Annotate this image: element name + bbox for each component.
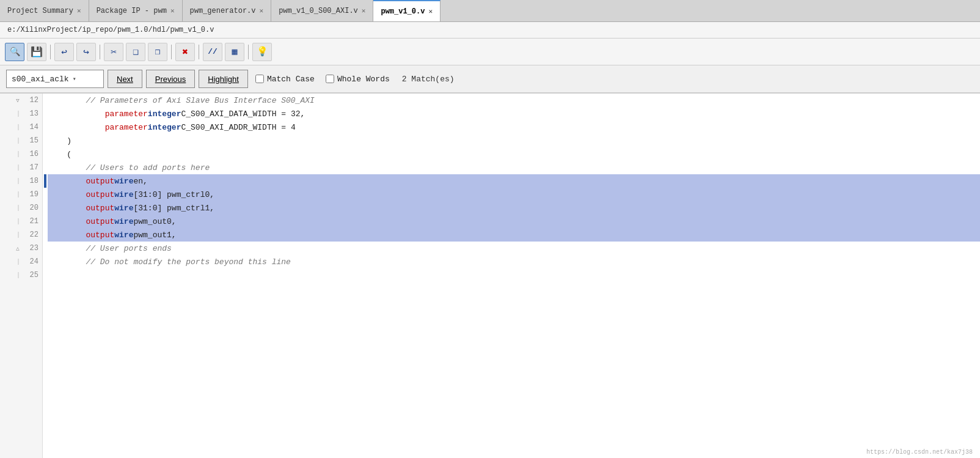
code-line-20: output wire [31:0] pwm_ctrl1,	[48, 201, 980, 215]
line-num-24: | 24	[0, 255, 42, 268]
line-num-13: | 13	[0, 107, 42, 120]
match-case-checkbox[interactable]	[255, 75, 264, 83]
code-line-25	[48, 268, 980, 282]
line-num-22: | 22	[0, 228, 42, 242]
separator	[171, 45, 172, 59]
tab-package-ip[interactable]: Package IP - pwm ✕	[89, 0, 183, 21]
code-line-14: parameter integer C_S00_AXI_ADDR_WIDTH =…	[48, 120, 980, 134]
highlight-button[interactable]: Highlight	[199, 70, 248, 88]
code-line-24: // Do not modify the ports beyond this l…	[48, 255, 980, 268]
save-button[interactable]: 💾	[27, 43, 46, 61]
tab-pwm-axi[interactable]: pwm_v1_0_S00_AXI.v ✕	[271, 0, 373, 21]
close-icon[interactable]: ✕	[77, 7, 81, 15]
code-line-18: output wire en,	[48, 174, 980, 188]
chevron-down-icon: ▾	[73, 75, 76, 83]
tab-pwm-v1[interactable]: pwm_v1_0.v ✕	[373, 0, 441, 21]
undo-button[interactable]: ↩	[54, 43, 74, 61]
current-line-marker	[44, 174, 46, 188]
line-num-25: | 25	[0, 268, 42, 282]
line-num-15: | 15	[0, 134, 42, 147]
previous-button[interactable]: Previous	[146, 70, 196, 88]
save-icon: 💾	[31, 46, 43, 58]
format-button[interactable]: ▦	[225, 43, 244, 61]
line-num-20: | 20	[0, 201, 42, 215]
fold-icon-23[interactable]: △	[14, 245, 21, 252]
code-line-22: output wire pwm_out1,	[48, 228, 980, 242]
separator	[50, 45, 51, 59]
code-line-15: )	[48, 134, 980, 147]
close-icon[interactable]: ✕	[428, 7, 433, 15]
next-label: Next	[117, 75, 133, 84]
line-num-23: △ 23	[0, 242, 42, 255]
paste-icon: ❒	[155, 46, 160, 57]
code-line-23: // User ports ends	[48, 242, 980, 255]
whole-words-option[interactable]: Whole Words	[322, 75, 393, 84]
match-case-option[interactable]: Match Case	[252, 75, 318, 84]
cut-icon: ✂	[111, 46, 117, 58]
previous-label: Previous	[155, 75, 186, 84]
match-count: 2 Match(es)	[397, 75, 459, 84]
tab-bar: Project Summary ✕ Package IP - pwm ✕ pwm…	[0, 0, 980, 22]
code-line-13: parameter integer C_S00_AXI_DATA_WIDTH =…	[48, 107, 980, 120]
delete-button[interactable]: ✖	[175, 43, 195, 61]
next-button[interactable]: Next	[108, 70, 142, 88]
close-icon[interactable]: ✕	[170, 7, 175, 15]
format-icon: ▦	[232, 46, 237, 57]
bottom-link[interactable]: https://blog.csdn.net/kax7j38	[866, 449, 973, 456]
tab-project-summary[interactable]: Project Summary ✕	[0, 0, 89, 21]
close-icon[interactable]: ✕	[260, 7, 264, 15]
line-num-16: | 16	[0, 147, 42, 161]
undo-icon: ↩	[61, 46, 67, 58]
redo-icon: ↪	[83, 46, 89, 58]
line-num-14: | 14	[0, 120, 42, 134]
cut-button[interactable]: ✂	[104, 43, 123, 61]
info-icon: 💡	[257, 46, 268, 57]
search-query: s00_axi_aclk	[12, 75, 69, 84]
tab-pwm-generator[interactable]: pwm_generator.v ✕	[183, 0, 272, 21]
breadcrumb: e:/XilinxProject/ip_repo/pwm_1.0/hdl/pwm…	[0, 22, 980, 39]
whole-words-label: Whole Words	[337, 75, 390, 84]
line-num-17: | 17	[0, 161, 42, 174]
toolbar: 🔍 💾 ↩ ↪ ✂ ❑ ❒ ✖ // ▦ 💡	[0, 39, 980, 65]
search-dropdown[interactable]: s00_axi_aclk ▾	[6, 70, 104, 88]
line-num-18: | 18	[0, 174, 42, 188]
code-line-16: (	[48, 147, 980, 161]
line-num-19: | 19	[0, 188, 42, 201]
info-button[interactable]: 💡	[252, 43, 272, 61]
line-numbers: ▽ 12 | 13 | 14 | 15 | 16 | 17 | 18 | 19	[0, 94, 43, 458]
tab-label: pwm_generator.v	[190, 7, 256, 15]
search-button[interactable]: 🔍	[5, 43, 24, 61]
paste-button[interactable]: ❒	[148, 43, 167, 61]
tab-label: Project Summary	[7, 7, 73, 15]
tab-label: pwm_v1_0_S00_AXI.v	[279, 7, 358, 15]
separator	[100, 45, 100, 59]
code-area[interactable]: // Parameters of Axi Slave Bus Interface…	[43, 94, 980, 458]
search-bar: s00_axi_aclk ▾ Next Previous Highlight M…	[0, 65, 980, 94]
comment-button[interactable]: //	[203, 43, 222, 61]
line-num-12: ▽ 12	[0, 94, 42, 107]
redo-button[interactable]: ↪	[76, 43, 96, 61]
separator	[199, 45, 199, 59]
code-line-12: // Parameters of Axi Slave Bus Interface…	[48, 94, 980, 107]
editor: ▽ 12 | 13 | 14 | 15 | 16 | 17 | 18 | 19	[0, 94, 980, 458]
fold-icon-12[interactable]: ▽	[14, 97, 21, 104]
whole-words-checkbox[interactable]	[326, 75, 334, 83]
tab-label: pwm_v1_0.v	[381, 7, 425, 16]
tab-label: Package IP - pwm	[97, 7, 167, 15]
code-line-19: output wire [31:0] pwm_ctrl0,	[48, 188, 980, 201]
highlight-label: Highlight	[208, 75, 239, 84]
code-line-21: output wire pwm_out0,	[48, 215, 980, 228]
delete-icon: ✖	[182, 46, 188, 58]
close-icon[interactable]: ✕	[362, 7, 366, 15]
match-case-label: Match Case	[267, 75, 315, 84]
line-num-21: | 21	[0, 215, 42, 228]
search-icon: 🔍	[10, 46, 20, 57]
code-line-17: // Users to add ports here	[48, 161, 980, 174]
comment-icon: //	[208, 47, 218, 56]
copy-button[interactable]: ❑	[126, 43, 145, 61]
copy-icon: ❑	[133, 46, 138, 57]
separator	[248, 45, 249, 59]
